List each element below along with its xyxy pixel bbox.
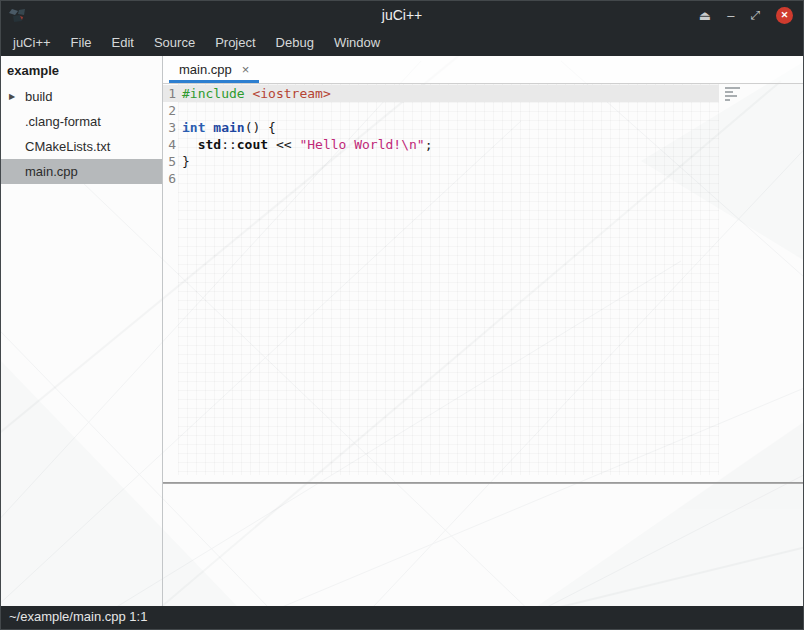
tree-item-label: build xyxy=(25,89,52,104)
line-number: 3 xyxy=(163,119,176,136)
line-number: 2 xyxy=(163,102,176,119)
line-number: 4 xyxy=(163,136,176,153)
menu-item-juci[interactable]: juCi++ xyxy=(3,29,61,56)
menu-item-edit[interactable]: Edit xyxy=(102,29,144,56)
tree-item-build[interactable]: ▶ build xyxy=(1,84,162,109)
menu-item-file[interactable]: File xyxy=(61,29,102,56)
expander-icon[interactable]: ▶ xyxy=(9,84,15,109)
code-token: <iostream> xyxy=(252,86,330,101)
menubar: juCi++ File Edit Source Project Debug Wi… xyxy=(1,29,803,56)
terminal-panel[interactable] xyxy=(163,484,803,606)
tab-label: main.cpp xyxy=(179,62,232,77)
menu-item-project[interactable]: Project xyxy=(205,29,265,56)
tab-main-cpp[interactable]: main.cpp × xyxy=(169,56,259,83)
content-area: example ▶ build .clang-format CMakeLists… xyxy=(1,56,803,606)
code-editor[interactable]: 1#include <iostream>23int main() {4 std:… xyxy=(163,84,803,482)
tree-item-main-cpp[interactable]: main.cpp xyxy=(1,159,162,184)
statusbar-path: ~/example/main.cpp 1:1 xyxy=(9,609,147,624)
minimap-line xyxy=(725,95,737,97)
code-line[interactable]: 3int main() { xyxy=(163,119,719,136)
restore-button[interactable]: ⤢ xyxy=(750,9,760,21)
window-controls: ⏏ – ⤢ ✕ xyxy=(699,7,793,24)
tabbar: main.cpp × xyxy=(163,56,803,84)
project-name: example xyxy=(1,56,162,84)
eject-icon[interactable]: ⏏ xyxy=(699,9,711,22)
line-number: 5 xyxy=(163,153,176,170)
minimap-line xyxy=(725,91,733,93)
code-token: int xyxy=(182,120,205,135)
code-token: main xyxy=(213,120,244,135)
window-title: juCi++ xyxy=(1,7,803,23)
tree-item-label: CMakeLists.txt xyxy=(25,139,110,154)
menu-item-debug[interactable]: Debug xyxy=(266,29,324,56)
line-number: 1 xyxy=(163,85,176,102)
titlebar: juCi++ ⏏ – ⤢ ✕ xyxy=(1,1,803,29)
tree-item-cmakelists[interactable]: CMakeLists.txt xyxy=(1,134,162,159)
code-text: } xyxy=(182,153,190,170)
code-token: std xyxy=(198,137,221,152)
code-token xyxy=(182,137,198,152)
code-token: ; xyxy=(425,137,433,152)
code-token: "Hello World!\n" xyxy=(299,137,424,152)
menu-item-source[interactable]: Source xyxy=(144,29,205,56)
code-token: () { xyxy=(245,120,276,135)
statusbar: ~/example/main.cpp 1:1 xyxy=(1,606,803,629)
tree-item-label: .clang-format xyxy=(25,114,101,129)
code-token: << xyxy=(268,137,299,152)
code-lines: 1#include <iostream>23int main() {4 std:… xyxy=(163,84,719,187)
code-line[interactable]: 6 xyxy=(163,170,719,187)
minimap-line xyxy=(725,87,740,89)
minimize-button[interactable]: – xyxy=(727,9,734,22)
tab-close-icon[interactable]: × xyxy=(242,62,250,77)
editor-column: main.cpp × 1#include <iostream>23int mai… xyxy=(163,56,803,606)
line-number: 6 xyxy=(163,170,176,187)
code-token: } xyxy=(182,154,190,169)
code-line[interactable]: 4 std::cout << "Hello World!\n"; xyxy=(163,136,719,153)
app-icon xyxy=(9,7,27,23)
code-line[interactable]: 1#include <iostream> xyxy=(163,85,719,102)
code-line[interactable]: 2 xyxy=(163,102,719,119)
code-token: #include xyxy=(182,86,245,101)
code-text: std::cout << "Hello World!\n"; xyxy=(182,136,432,153)
code-token: cout xyxy=(237,137,268,152)
file-tree-panel: example ▶ build .clang-format CMakeLists… xyxy=(1,56,163,606)
close-button[interactable]: ✕ xyxy=(776,7,793,24)
code-text: #include <iostream> xyxy=(182,85,331,102)
tree-item-label: main.cpp xyxy=(25,164,78,179)
code-token: :: xyxy=(221,137,237,152)
minimap-line xyxy=(725,99,730,101)
app-window: juCi++ ⏏ – ⤢ ✕ juCi++ File Edit Source P… xyxy=(0,0,804,630)
menu-item-window[interactable]: Window xyxy=(324,29,390,56)
code-text: int main() { xyxy=(182,119,276,136)
code-line[interactable]: 5} xyxy=(163,153,719,170)
tree-item-clang-format[interactable]: .clang-format xyxy=(1,109,162,134)
minimap[interactable] xyxy=(725,87,745,103)
